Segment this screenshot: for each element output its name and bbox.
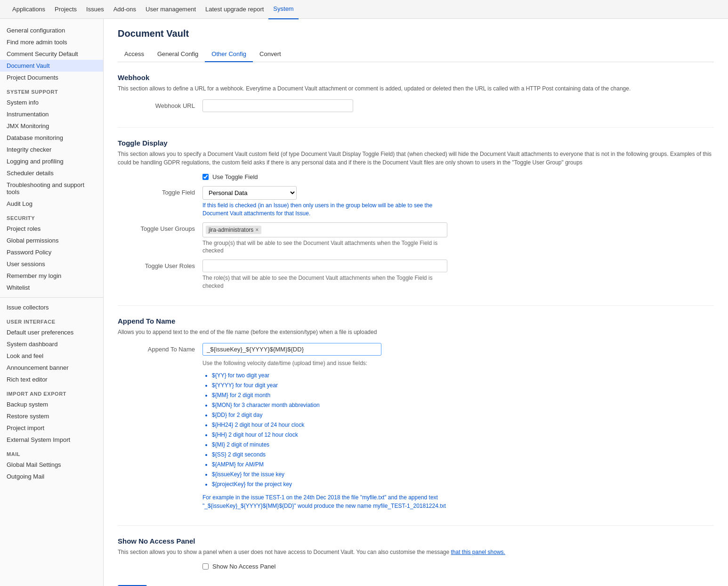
sidebar-item-whitelist[interactable]: Whitelist xyxy=(0,282,103,293)
sidebar-item-global-mail[interactable]: Global Mail Settings xyxy=(0,459,103,471)
sidebar-section-system-support: SYSTEM SUPPORT xyxy=(0,83,103,97)
sidebar-item-jmx[interactable]: JMX Monitoring xyxy=(0,120,103,132)
velocity-item-4: ${DD} for 2 digit day xyxy=(212,411,447,419)
nav-addons[interactable]: Add-ons xyxy=(109,0,141,19)
no-access-section: Show No Access Panel This section allows… xyxy=(118,537,714,570)
sidebar: General configuration Find more admin to… xyxy=(0,19,104,586)
page-title: Document Vault xyxy=(118,28,714,39)
sidebar-item-project-documents[interactable]: Project Documents xyxy=(0,72,103,83)
sidebar-item-default-prefs[interactable]: Default user preferences xyxy=(0,326,103,338)
velocity-item-9: ${AMPM} for AM/PM xyxy=(212,460,447,469)
use-toggle-checkbox[interactable] xyxy=(202,174,209,180)
toggle-display-title: Toggle Display xyxy=(118,139,714,147)
webhook-url-control xyxy=(202,99,447,112)
no-access-checkbox-row: Show No Access Panel xyxy=(118,563,714,570)
main-content: Document Vault Access General Config Oth… xyxy=(104,19,728,586)
tab-convert[interactable]: Convert xyxy=(253,47,288,62)
sidebar-item-find-admin-tools[interactable]: Find more admin tools xyxy=(0,36,103,48)
sidebar-item-rich-text[interactable]: Rich text editor xyxy=(0,374,103,385)
velocity-item-8: ${SS} 2 digit seconds xyxy=(212,450,447,459)
velocity-item-7: ${MI} 2 digit of minutes xyxy=(212,440,447,449)
use-toggle-label[interactable]: Use Toggle Field xyxy=(212,173,258,180)
toggle-user-groups-row: Toggle User Groups jira-administrators ×… xyxy=(118,222,714,255)
sidebar-item-scheduler[interactable]: Scheduler details xyxy=(0,167,103,179)
append-description: Allows you to append text to the end of … xyxy=(118,328,714,336)
sidebar-item-user-sessions[interactable]: User sessions xyxy=(0,258,103,270)
sidebar-item-system-info[interactable]: System info xyxy=(0,97,103,108)
sidebar-item-comment-security[interactable]: Comment Security Default xyxy=(0,48,103,60)
append-field-row: Append To Name Use the following velocit… xyxy=(118,343,714,510)
toggle-user-roles-hint: The role(s) that will be able to see the… xyxy=(202,274,447,290)
sidebar-item-system-dashboard[interactable]: System dashboard xyxy=(0,338,103,350)
sidebar-item-backup[interactable]: Backup system xyxy=(0,399,103,410)
sidebar-item-db-monitoring[interactable]: Database monitoring xyxy=(0,132,103,144)
nav-user-management[interactable]: User management xyxy=(141,0,201,19)
velocity-item-0: ${YY} for two digit year xyxy=(212,371,447,380)
sidebar-item-integrity[interactable]: Integrity checker xyxy=(0,144,103,155)
tag-remove-icon[interactable]: × xyxy=(255,227,259,233)
show-no-access-label[interactable]: Show No Access Panel xyxy=(212,563,275,570)
jira-admin-tag: jira-administrators × xyxy=(206,226,261,234)
sidebar-item-issue-collectors[interactable]: Issue collectors xyxy=(0,301,103,313)
sidebar-section-mail: MAIL xyxy=(0,446,103,459)
use-toggle-row: Use Toggle Field xyxy=(118,173,714,180)
sidebar-item-project-roles[interactable]: Project roles xyxy=(0,223,103,235)
sidebar-section-import-export: IMPORT AND EXPORT xyxy=(0,385,103,399)
sidebar-item-instrumentation[interactable]: Instrumentation xyxy=(0,108,103,120)
sidebar-item-restore[interactable]: Restore system xyxy=(0,410,103,422)
sidebar-item-general-config[interactable]: General configuration xyxy=(0,24,103,36)
sidebar-section-security: SECURITY xyxy=(0,210,103,223)
velocity-item-6: ${HH} 2 digit hour of 12 hour clock xyxy=(212,431,447,439)
sidebar-item-audit-log[interactable]: Audit Log xyxy=(0,198,103,210)
tabs: Access General Config Other Config Conve… xyxy=(118,47,714,62)
toggle-user-roles-control: The role(s) that will be able to see the… xyxy=(202,260,447,290)
nav-projects[interactable]: Projects xyxy=(50,0,81,19)
toggle-field-select[interactable]: Personal Data xyxy=(202,186,297,200)
velocity-hint-intro: Use the following velocity date/time (up… xyxy=(202,359,447,367)
toggle-display-section: Toggle Display This section allows you t… xyxy=(118,139,714,290)
webhook-description: This section allows to define a URL for … xyxy=(118,84,714,93)
toggle-display-description: This section allows you to specify a Doc… xyxy=(118,150,714,167)
no-access-description: This section allows you to show a panel … xyxy=(118,548,714,556)
toggle-field-row: Toggle Field Personal Data If this field… xyxy=(118,186,714,218)
velocity-item-1: ${YYYY} for four digit year xyxy=(212,381,447,390)
webhook-url-input[interactable] xyxy=(202,99,353,112)
append-to-name-section: Append To Name Allows you to append text… xyxy=(118,317,714,510)
sidebar-item-logging[interactable]: Logging and profiling xyxy=(0,155,103,167)
tab-other-config[interactable]: Other Config xyxy=(205,47,253,62)
sidebar-item-announcement[interactable]: Announcement banner xyxy=(0,362,103,374)
append-title: Append To Name xyxy=(118,317,714,325)
sidebar-item-project-import[interactable]: Project import xyxy=(0,422,103,434)
sidebar-item-password-policy[interactable]: Password Policy xyxy=(0,246,103,258)
sidebar-item-troubleshooting[interactable]: Troubleshooting and support tools xyxy=(0,179,103,198)
nav-system[interactable]: System xyxy=(268,0,298,19)
toggle-field-label: Toggle Field xyxy=(118,186,202,196)
webhook-section: Webhook This section allows to define a … xyxy=(118,73,714,112)
nav-applications[interactable]: Applications xyxy=(8,0,50,19)
tab-access[interactable]: Access xyxy=(118,47,151,62)
toggle-field-control: Personal Data If this field is checked (… xyxy=(202,186,447,218)
velocity-item-5: ${HH24} 2 digit hour of 24 hour clock xyxy=(212,421,447,429)
toggle-user-roles-input[interactable] xyxy=(202,260,447,272)
append-example: For example in the issue TEST-1 on the 2… xyxy=(202,493,447,510)
toggle-user-groups-label: Toggle User Groups xyxy=(118,222,202,232)
sidebar-item-global-permissions[interactable]: Global permissions xyxy=(0,235,103,246)
show-no-access-checkbox[interactable] xyxy=(202,563,209,570)
top-nav: Applications Projects Issues Add-ons Use… xyxy=(0,0,728,19)
append-field-control: Use the following velocity date/time (up… xyxy=(202,343,447,510)
tab-general-config[interactable]: General Config xyxy=(151,47,205,62)
nav-latest-upgrade[interactable]: Latest upgrade report xyxy=(201,0,268,19)
sidebar-item-remember-login[interactable]: Remember my login xyxy=(0,270,103,282)
sidebar-item-document-vault[interactable]: Document Vault xyxy=(0,60,103,72)
sidebar-section-ui: USER INTERFACE xyxy=(0,313,103,326)
webhook-title: Webhook xyxy=(118,73,714,81)
no-access-link[interactable]: that this panel shows. xyxy=(451,549,505,555)
sidebar-item-ext-import[interactable]: External System Import xyxy=(0,434,103,446)
toggle-field-hint: If this field is checked (in an Issue) t… xyxy=(202,202,447,218)
sidebar-item-look-feel[interactable]: Look and feel xyxy=(0,350,103,362)
sidebar-item-outgoing-mail[interactable]: Outgoing Mail xyxy=(0,471,103,482)
append-to-name-input[interactable] xyxy=(202,343,381,356)
toggle-user-groups-input[interactable]: jira-administrators × xyxy=(202,222,447,237)
nav-issues[interactable]: Issues xyxy=(81,0,109,19)
append-field-label: Append To Name xyxy=(118,343,202,353)
